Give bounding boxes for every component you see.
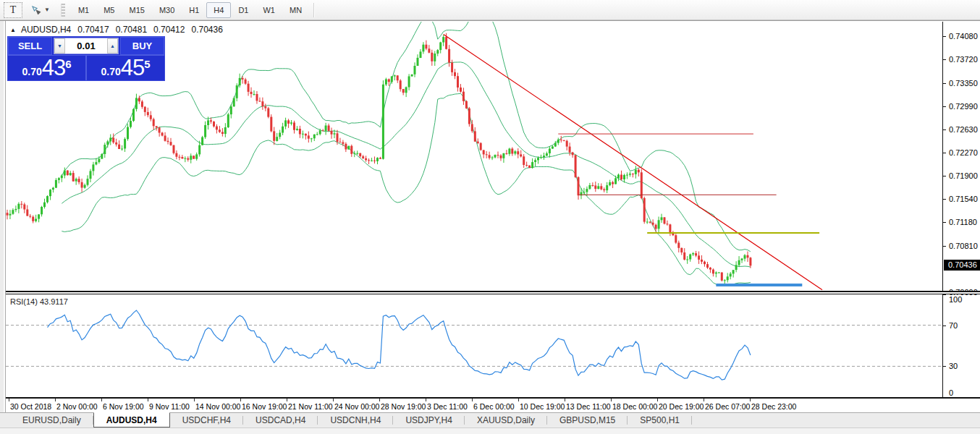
arrow-objects-icon — [30, 4, 42, 16]
price-axis-label: 0.72990 — [949, 102, 978, 111]
rsi-canvas[interactable] — [6, 294, 942, 397]
price-axis-label: 0.72630 — [949, 125, 978, 134]
arrow-objects-button[interactable]: ▼ — [27, 2, 54, 18]
timeframe-button-H1[interactable]: H1 — [182, 2, 206, 18]
price-axis-tick — [943, 106, 946, 107]
rsi-axis-tick — [943, 326, 946, 326]
sell-price-display[interactable]: 0.70436 — [8, 56, 85, 80]
timeframe-button-M1[interactable]: M1 — [71, 2, 96, 18]
sell-price-big: 43 — [42, 57, 65, 79]
volume-increase-button[interactable]: ▲ — [107, 38, 118, 54]
ohlc-high: 0.70481 — [116, 25, 147, 35]
dropdown-caret-icon: ▼ — [44, 7, 50, 13]
toolbar-drag-grip[interactable] — [61, 4, 65, 17]
price-axis-tick — [943, 129, 946, 130]
timeframe-button-M5[interactable]: M5 — [96, 2, 122, 18]
chart-tab-XAUUSD-Daily[interactable]: XAUUSD,Daily — [465, 413, 547, 427]
timeframe-button-H4[interactable]: H4 — [206, 2, 231, 18]
time-axis-tick — [565, 399, 565, 401]
volume-decrease-button[interactable]: ▼ — [54, 38, 65, 54]
buy-price-prefix: 0.70 — [101, 66, 120, 77]
price-axis-label: 0.70810 — [949, 242, 978, 250]
time-axis-label: 21 Nov 11:00 — [288, 402, 333, 411]
time-axis-tick — [287, 399, 287, 401]
time-axis-label: 28 Dec 23:00 — [751, 402, 796, 411]
one-click-collapse-arrow[interactable]: ▲ — [10, 27, 16, 33]
chart-tab-USDJPY-H4[interactable]: USDJPY,H4 — [393, 413, 464, 427]
time-axis-tick — [611, 399, 612, 401]
timeframe-button-W1[interactable]: W1 — [255, 2, 282, 18]
time-axis-label: 14 Nov 00:00 — [195, 402, 240, 411]
price-axis-tick — [943, 176, 946, 176]
time-axis-label: 2 Nov 00:00 — [56, 402, 98, 411]
chart-tab-EURUSD-Daily[interactable]: EURUSD,Daily — [10, 413, 93, 427]
chart-tab-USDCHF-H4[interactable]: USDCHF,H4 — [170, 413, 243, 427]
chart-tab-bar: EURUSD,DailyAUDUSD,H4USDCHF,H4USDCAD,H4U… — [0, 412, 980, 427]
price-axis-tick — [943, 153, 946, 153]
volume-value[interactable]: 0.01 — [65, 38, 107, 54]
timeframe-button-MN[interactable]: MN — [282, 2, 309, 18]
time-axis-tick — [55, 399, 56, 401]
price-axis-label: 0.73350 — [949, 79, 978, 88]
sell-button[interactable]: SELL — [8, 37, 52, 55]
time-axis-label: 9 Nov 11:00 — [149, 402, 190, 411]
buy-price-display[interactable]: 0.70455 — [87, 56, 164, 80]
price-axis-label: 0.71540 — [949, 195, 978, 203]
current-price-label: 0.70436 — [944, 260, 980, 271]
status-strip — [0, 427, 980, 434]
buy-price-sup: 5 — [144, 58, 150, 70]
window-left-edge — [0, 21, 6, 412]
time-axis-label: 6 Nov 19:00 — [103, 402, 144, 411]
time-axis-label: 3 Dec 11:00 — [427, 402, 468, 411]
text-label-tool-button[interactable]: T — [4, 2, 22, 18]
timeframe-button-D1[interactable]: D1 — [231, 2, 255, 18]
price-axis-label: 0.71180 — [949, 218, 977, 226]
rsi-axis-tick — [943, 366, 946, 367]
time-axis-tick — [750, 399, 751, 401]
price-axis-label: 0.72270 — [949, 148, 978, 157]
time-axis-label: 6 Dec 00:00 — [473, 402, 515, 411]
sell-price-sup: 6 — [65, 58, 71, 70]
price-axis-tick — [943, 199, 946, 200]
price-axis-label: 0.71900 — [949, 171, 978, 180]
time-axis-tick — [194, 399, 195, 401]
timeframe-button-group: M1M5M15M30H1H4D1W1MN — [71, 2, 309, 18]
rsi-axis-label: 30 — [949, 362, 958, 370]
rsi-axis-label: 100 — [949, 295, 962, 304]
ohlc-close: 0.70436 — [191, 25, 222, 35]
time-axis-label: 20 Dec 19:00 — [659, 402, 704, 411]
time-axis-tick — [240, 399, 241, 401]
price-axis-tick — [943, 222, 946, 223]
top-toolbar: T ▼ M1M5M15M30H1H4D1W1MN — [0, 0, 980, 20]
chart-tab-SP500-H1[interactable]: SP500,H1 — [628, 413, 692, 427]
volume-stepper: ▼ 0.01 ▲ — [54, 38, 119, 54]
price-axis-tick — [943, 246, 946, 247]
time-axis-tick — [657, 399, 658, 401]
buy-button[interactable]: BUY — [120, 37, 164, 55]
time-axis-label: 10 Dec 19:00 — [520, 402, 565, 411]
time-axis-tick — [518, 399, 519, 401]
time-axis[interactable]: 30 Oct 20182 Nov 00:006 Nov 19:009 Nov 1… — [6, 399, 980, 412]
chart-tab-USDCAD-H4[interactable]: USDCAD,H4 — [243, 413, 318, 427]
chart-tab-USDCNH-H4[interactable]: USDCNH,H4 — [318, 413, 393, 427]
time-axis-tick — [426, 399, 426, 401]
price-axis-tick — [943, 83, 946, 84]
timeframe-button-M15[interactable]: M15 — [122, 2, 151, 18]
chart-tab-GBPUSD-M15[interactable]: GBPUSD,M15 — [547, 413, 628, 427]
time-axis-label: 24 Nov 00:00 — [334, 402, 379, 411]
time-axis-tick — [472, 399, 473, 401]
time-axis-label: 28 Nov 19:00 — [381, 402, 426, 411]
ohlc-low: 0.70412 — [153, 25, 185, 35]
chart-symbol-label: AUDUSD,H4 — [21, 25, 71, 35]
rsi-indicator-label: RSI(14) 43.9117 — [10, 297, 68, 306]
time-axis-tick — [148, 399, 148, 401]
time-axis-tick — [101, 399, 102, 401]
time-axis-label: 30 Oct 2018 — [10, 402, 51, 411]
price-axis[interactable]: 0.70436 0.740800.737200.733500.729900.72… — [942, 22, 980, 399]
time-axis-label: 16 Nov 19:00 — [242, 402, 287, 411]
price-axis-tick — [943, 59, 946, 60]
time-axis-tick — [704, 399, 704, 401]
timeframe-button-M30[interactable]: M30 — [152, 2, 182, 18]
chart-ohlc-readout: ▲ AUDUSD,H4 0.70417 0.70481 0.70412 0.70… — [10, 25, 229, 35]
chart-tab-AUDUSD-H4[interactable]: AUDUSD,H4 — [93, 412, 170, 427]
